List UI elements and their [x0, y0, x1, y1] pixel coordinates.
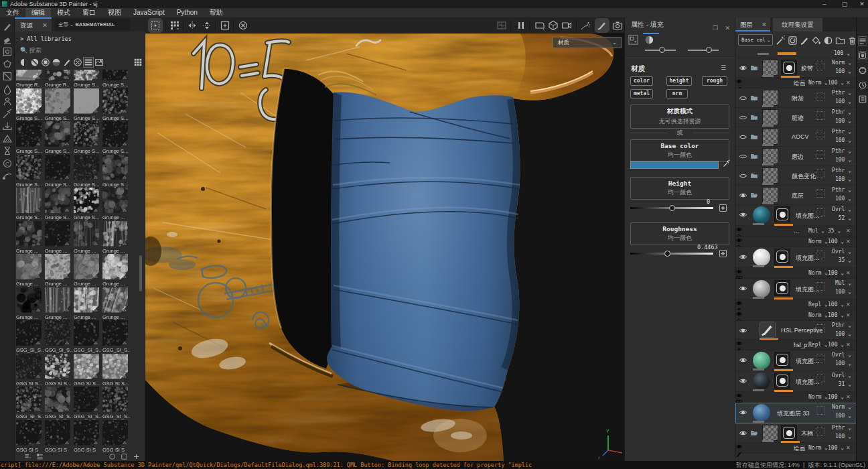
blend-mode-dropdown[interactable]: Pthr ⌄ [832, 322, 851, 328]
filter-procedural-icon[interactable] [73, 58, 82, 67]
wireframe-off-icon[interactable] [496, 20, 507, 31]
layer-thumbnail[interactable] [762, 187, 778, 203]
layer-name[interactable]: 木柄 [801, 429, 813, 438]
opacity-dropdown[interactable]: 100 ⌄ [835, 176, 851, 182]
layer-row-填充图…[interactable]: 填充图…Mul ⌄100 ⌄ [735, 279, 857, 299]
eye-visible-icon[interactable] [739, 191, 747, 200]
opacity-dropdown[interactable]: 52 ⌄ [839, 215, 851, 221]
effect-name[interactable]: … [794, 228, 800, 234]
base-color-swatch[interactable] [630, 161, 719, 169]
filter-material-icon[interactable] [52, 58, 61, 67]
resources-scrollbar[interactable] [139, 255, 142, 291]
folder-icon[interactable] [749, 94, 759, 102]
add-group-icon[interactable] [835, 36, 845, 46]
shader-dropdown[interactable]: 材质⌄ [553, 37, 622, 48]
maximize-button[interactable]: ▢ [841, 0, 848, 8]
opacity-dropdown[interactable]: 100 ⌄ [828, 80, 844, 86]
eye-visible-icon[interactable] [735, 78, 743, 85]
folder-icon[interactable] [749, 152, 759, 160]
opacity-dropdown[interactable]: 100 ⌄ [828, 342, 844, 348]
tab-tool-properties[interactable] [628, 35, 640, 46]
blend-mode-dropdown[interactable]: Norm ⌄ [808, 394, 828, 400]
geometry-mask-tool-icon[interactable] [2, 71, 13, 82]
all-libraries-row[interactable]: > All libraries [20, 36, 72, 42]
layer-name[interactable]: 底层 [792, 192, 804, 200]
blend-mode-dropdown[interactable]: Norm ⌄ [808, 312, 828, 318]
delete-effect-icon[interactable]: ✕ [846, 80, 851, 86]
environment-sphere-icon[interactable] [858, 66, 867, 75]
eye-visible-icon[interactable] [735, 443, 743, 450]
delete-effect-icon[interactable]: ✕ [846, 312, 851, 318]
opacity-dropdown[interactable]: 100 ⌄ [835, 289, 851, 295]
blend-mode-dropdown[interactable]: Repl ⌄ [808, 302, 828, 308]
eye-visible-icon[interactable] [735, 268, 743, 275]
opacity-dropdown[interactable]: 100 ⌄ [835, 68, 851, 74]
opacity-dropdown[interactable]: 100 ⌄ [828, 312, 844, 318]
viewport[interactable]: Y X z 材质⌄ [145, 17, 624, 461]
layer-row-底层[interactable]: 底层Pthr ⌄100 ⌄ [735, 186, 857, 205]
clone-tool-icon[interactable] [2, 96, 13, 107]
opacity-dropdown[interactable]: 100 ⌄ [828, 394, 844, 400]
clone-source-tool-icon[interactable]: C [2, 158, 13, 169]
blend-mode-dropdown[interactable]: Norm ⌄ [832, 60, 851, 66]
layer-name[interactable]: 附加 [792, 94, 804, 103]
delete-effect-icon[interactable]: ✕ [846, 228, 851, 234]
fill-layer-thumbnail[interactable] [753, 373, 770, 390]
layer-thumbnail[interactable] [762, 90, 778, 106]
folder-icon[interactable] [749, 429, 759, 437]
blend-mode-dropdown[interactable]: Norm ⌄ [808, 270, 828, 276]
blend-mode-dropdown[interactable]: Ovrl ⌄ [832, 206, 851, 212]
blend-mode-dropdown[interactable]: Pthr ⌄ [832, 187, 851, 193]
delete-effect-icon[interactable]: ✕ [846, 302, 851, 308]
channel-filter-dropdown[interactable]: Base col⌄ [738, 34, 773, 46]
opacity-dropdown[interactable]: 100 ⌄ [828, 239, 844, 245]
layer-thumbnail[interactable] [762, 425, 778, 441]
delete-effect-icon[interactable]: ✕ [846, 445, 851, 451]
eye-visible-icon[interactable] [735, 237, 743, 244]
filter-environment-icon[interactable] [94, 58, 104, 67]
opacity-dropdown[interactable]: 100 ⌄ [835, 331, 851, 337]
layer-row-脏迹[interactable]: 脏迹Pthr ⌄100 ⌄ [735, 108, 857, 127]
expand-icon[interactable]: ✥ [719, 204, 727, 212]
menu-窗口[interactable]: 窗口 [76, 8, 102, 17]
pause-icon[interactable] [516, 20, 526, 31]
resources-scope-dropdown[interactable]: 全部 ⌄ BASEMATERIAL [55, 19, 130, 30]
filter-basecolor-icon[interactable] [19, 58, 29, 67]
mask-thumbnail[interactable] [774, 206, 790, 222]
add-frame-icon[interactable] [220, 20, 230, 31]
roughness-slider[interactable] [630, 253, 713, 255]
opacity-dropdown[interactable]: 100 ⌄ [835, 118, 851, 124]
eye-hidden-icon[interactable] [739, 94, 747, 103]
layer-thumbnail[interactable] [762, 109, 778, 125]
eye-visible-icon[interactable] [735, 226, 743, 233]
add-smart-material-icon[interactable] [823, 36, 833, 46]
roughness-value[interactable]: 0.4463 [697, 244, 718, 251]
blend-mode-dropdown[interactable]: Norm ⌄ [832, 404, 851, 410]
blend-mode-dropdown[interactable]: Ovrl ⌄ [832, 352, 851, 358]
effect-name[interactable]: 绘画 [794, 80, 805, 88]
filter-alpha-icon[interactable] [41, 58, 50, 67]
mirror-vertical-icon[interactable] [202, 20, 212, 31]
opacity-dropdown[interactable]: 100 ⌄ [835, 360, 851, 366]
polygon-fill-tool-icon[interactable] [2, 59, 13, 70]
slider-track[interactable] [688, 50, 719, 51]
add-paint-layer-icon[interactable] [800, 36, 810, 46]
blend-mode-dropdown[interactable]: Pthr ⌄ [832, 168, 851, 174]
list-thumbnails-icon[interactable] [36, 453, 44, 460]
slider-knob[interactable] [659, 47, 665, 53]
view-2d-icon[interactable] [534, 20, 545, 31]
folder-icon[interactable] [749, 133, 759, 141]
expand-icon[interactable]: ✥ [719, 250, 727, 257]
roughness-slider-knob[interactable] [664, 251, 670, 257]
eye-visible-icon[interactable] [739, 284, 747, 293]
tab-resources[interactable]: 资源✕ [15, 17, 52, 31]
close-button[interactable]: ✕ [859, 0, 865, 8]
close-panel-icon[interactable]: ✕ [725, 21, 730, 36]
menu-视图[interactable]: 视图 [102, 8, 127, 17]
opacity-dropdown[interactable]: 31 ⌄ [839, 381, 851, 387]
symmetry-off-icon[interactable] [238, 20, 248, 31]
layer-effect-row[interactable]: Norm ⌄100 ⌄✕ [735, 310, 857, 321]
layer-thumbnail[interactable] [762, 129, 778, 145]
display-settings-icon[interactable] [858, 51, 867, 60]
eye-hidden-icon[interactable] [739, 172, 747, 180]
